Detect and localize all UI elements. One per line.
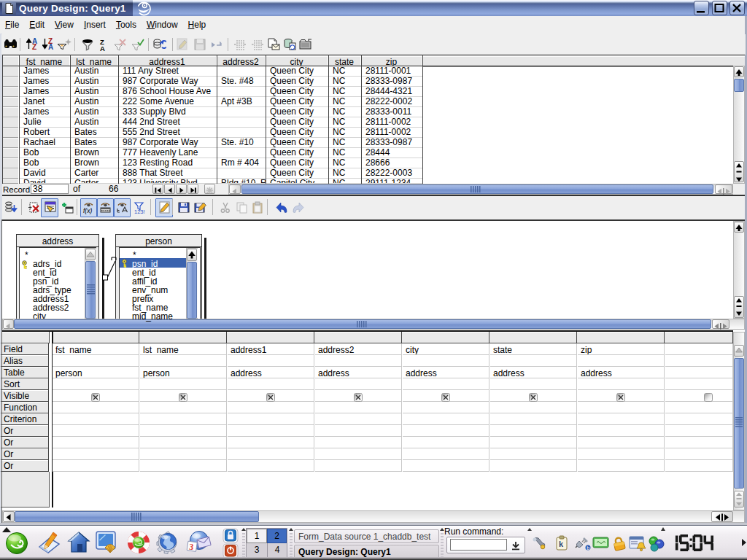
svg-text:123!: 123! (134, 209, 145, 214)
svg-text:Z: Z (32, 43, 36, 50)
svg-text:b: b (587, 545, 589, 551)
svg-text:A: A (100, 44, 105, 52)
svg-text:f(x): f(x) (83, 207, 92, 214)
svg-text:k: k (559, 540, 564, 548)
svg-text:A: A (48, 43, 53, 50)
